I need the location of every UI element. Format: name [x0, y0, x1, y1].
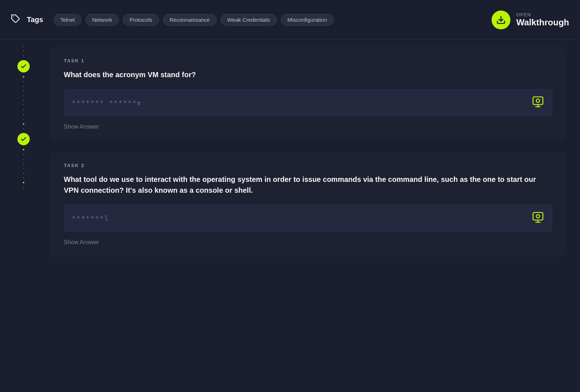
- dot: [23, 128, 24, 129]
- dot: [23, 50, 24, 52]
- tags-list: Telnet Network Protocols Reconnaissance …: [53, 14, 334, 26]
- dot: [23, 177, 24, 179]
- dot: [23, 109, 24, 110]
- task1-answer-text: ******* ******e: [72, 99, 142, 107]
- task2-hint-icon[interactable]: [531, 211, 544, 225]
- svg-rect-6: [533, 213, 543, 220]
- tag-telnet[interactable]: Telnet: [53, 14, 82, 26]
- tags-label: Tags: [27, 16, 43, 24]
- svg-point-7: [536, 215, 540, 218]
- dots-bottom: [23, 149, 24, 188]
- main-container: TASK 1 What does the acronym VM stand fo…: [0, 40, 580, 275]
- dot-accent: [23, 123, 24, 125]
- dot-accent: [23, 149, 24, 150]
- dot: [23, 104, 24, 106]
- tags-icon: [11, 14, 20, 26]
- tag-weak-credentials[interactable]: Weak Credentials: [220, 14, 277, 26]
- svg-point-3: [536, 99, 540, 103]
- dot: [23, 86, 24, 87]
- dot-accent: [23, 182, 24, 183]
- tag-misconfiguration[interactable]: Misconfiguration: [281, 14, 334, 26]
- dot: [23, 187, 24, 188]
- dot: [23, 154, 24, 155]
- task2-check-indicator: [17, 133, 30, 145]
- tag-network[interactable]: Network: [85, 14, 119, 26]
- svg-rect-2: [533, 97, 543, 105]
- dot: [23, 158, 24, 160]
- task2-card: TASK 2 What tool do we use to interact w…: [51, 152, 566, 257]
- task1-check-indicator: [17, 60, 30, 72]
- dot: [23, 90, 24, 92]
- walkthrough-download-icon[interactable]: [492, 11, 510, 29]
- task2-show-answer-button[interactable]: Show Answer: [64, 239, 99, 246]
- walkthrough-section[interactable]: OPEN Walkthrough: [492, 11, 569, 29]
- dot-accent: [23, 76, 24, 78]
- task1-label: TASK 1: [64, 58, 552, 63]
- dot: [23, 55, 24, 57]
- tag-reconnaissance[interactable]: Reconnaissance: [163, 14, 217, 26]
- tags-section: Tags Telnet Network Protocols Reconnaiss…: [11, 14, 492, 26]
- dot: [23, 100, 24, 101]
- dots-top-task1: [23, 46, 24, 57]
- dot: [23, 172, 24, 174]
- task1-card: TASK 1 What does the acronym VM stand fo…: [51, 47, 566, 141]
- dot: [23, 168, 24, 169]
- task1-answer-input[interactable]: ******* ******e: [64, 89, 552, 116]
- task2-label: TASK 2: [64, 163, 552, 168]
- header: Tags Telnet Network Protocols Reconnaiss…: [0, 0, 580, 40]
- dot: [23, 163, 24, 164]
- task1-show-answer-button[interactable]: Show Answer: [64, 124, 99, 130]
- walkthrough-title: Walkthrough: [516, 17, 569, 28]
- task2-question: What tool do we use to interact with the…: [64, 174, 552, 196]
- content-area: TASK 1 What does the acronym VM stand fo…: [47, 40, 580, 275]
- dot: [23, 46, 24, 47]
- task2-answer-text: *******l: [72, 214, 109, 222]
- dots-mid-task1: [23, 76, 24, 129]
- dot: [23, 81, 24, 82]
- tag-protocols[interactable]: Protocols: [123, 14, 159, 26]
- task1-question: What does the acronym VM stand for?: [64, 69, 552, 80]
- task2-answer-input[interactable]: *******l: [64, 204, 552, 232]
- walkthrough-status: OPEN: [516, 12, 569, 17]
- dot: [23, 95, 24, 96]
- task1-hint-icon[interactable]: [531, 95, 544, 110]
- dot: [23, 114, 24, 115]
- left-rail-task1: [0, 40, 47, 275]
- walkthrough-text: OPEN Walkthrough: [516, 12, 569, 28]
- dot: [23, 118, 24, 120]
